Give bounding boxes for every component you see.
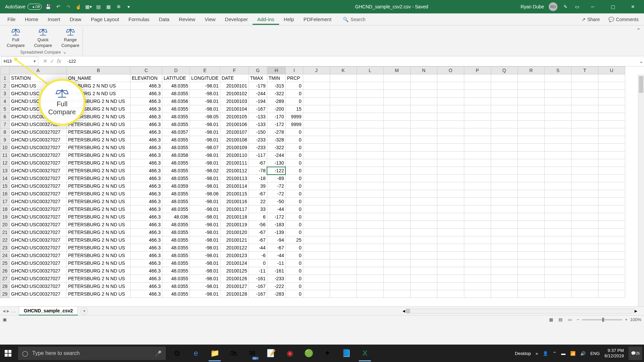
cell[interactable] — [518, 136, 544, 144]
cell[interactable] — [330, 252, 357, 259]
tray-expand-icon[interactable]: » — [536, 351, 538, 356]
cell[interactable] — [464, 221, 491, 229]
col-header-H[interactable]: H — [267, 67, 285, 74]
cell[interactable] — [518, 290, 544, 298]
cell[interactable]: PETERSBURG 2 N ND US — [67, 159, 130, 167]
cell[interactable]: GHCND:USC00327027 — [10, 229, 67, 236]
cell[interactable]: PETERSBURG 2 N ND US — [67, 221, 130, 229]
cell[interactable] — [437, 167, 464, 175]
cell[interactable] — [437, 229, 464, 236]
cell[interactable] — [491, 213, 518, 221]
cell[interactable]: 20100118 — [220, 213, 249, 221]
dialog-launcher-icon[interactable]: ↘ — [63, 51, 66, 54]
cell[interactable]: 20100106 — [220, 121, 249, 128]
cell[interactable]: -98.01 — [190, 152, 220, 159]
cell[interactable] — [598, 283, 625, 290]
cell[interactable] — [518, 213, 544, 221]
cell[interactable] — [598, 90, 625, 98]
cell[interactable] — [598, 144, 625, 152]
cell[interactable] — [464, 205, 491, 213]
cell[interactable]: -94 — [267, 236, 285, 244]
cell[interactable] — [571, 144, 598, 152]
cell[interactable] — [518, 236, 544, 244]
cell[interactable]: GHCND:USC00327027 — [10, 290, 67, 298]
cell[interactable]: 466.3 — [130, 275, 162, 283]
cell[interactable]: ON_NAME — [67, 74, 130, 82]
cell[interactable]: 466.3 — [130, 283, 162, 290]
page-break-view-icon[interactable]: ▭ — [566, 316, 574, 323]
cell[interactable]: GHCND:USC00327027 — [10, 175, 67, 182]
cell[interactable]: 466.3 — [130, 290, 162, 298]
cell[interactable] — [464, 90, 491, 98]
cell[interactable] — [491, 283, 518, 290]
cell[interactable]: PETERSBURG 2 N ND US — [67, 283, 130, 290]
cell[interactable] — [598, 290, 625, 298]
cell[interactable]: 20100108 — [220, 136, 249, 144]
cell[interactable] — [544, 144, 571, 152]
cell[interactable] — [598, 259, 625, 267]
excel-icon[interactable]: X — [357, 345, 373, 361]
formula-input[interactable]: -122 — [64, 57, 637, 66]
cell[interactable] — [544, 236, 571, 244]
cell[interactable] — [330, 198, 357, 205]
cell[interactable]: 466.3 — [130, 259, 162, 267]
cell[interactable] — [544, 290, 571, 298]
cell[interactable]: -56 — [249, 221, 267, 229]
cell[interactable]: -67 — [267, 244, 285, 252]
cell[interactable]: 33 — [249, 205, 267, 213]
cell[interactable]: PETERSBURG 2 N ND US — [67, 290, 130, 298]
cell[interactable]: 48.0356 — [162, 98, 190, 105]
cell[interactable]: -183 — [267, 221, 285, 229]
cell[interactable]: 0 — [285, 267, 303, 275]
cell[interactable] — [598, 152, 625, 159]
cell[interactable] — [410, 90, 437, 98]
cell[interactable] — [571, 105, 598, 113]
cell[interactable] — [330, 74, 357, 82]
cell[interactable] — [303, 105, 330, 113]
cell[interactable] — [437, 98, 464, 105]
cell[interactable] — [518, 144, 544, 152]
cell[interactable]: 466.3 — [130, 175, 162, 182]
cell[interactable]: 48.0355 — [162, 90, 190, 98]
cell[interactable]: 466.3 — [130, 229, 162, 236]
cell[interactable] — [491, 182, 518, 190]
cell[interactable]: GHCND:USC00327027 — [10, 136, 67, 144]
cell[interactable] — [383, 213, 410, 221]
pen-icon[interactable]: ✎ — [562, 3, 569, 10]
cell[interactable] — [598, 252, 625, 259]
cell[interactable] — [357, 98, 383, 105]
cell[interactable] — [437, 267, 464, 275]
cell[interactable] — [544, 244, 571, 252]
cell[interactable]: PETERSBURG 2 N ND US — [67, 167, 130, 175]
cell[interactable] — [518, 182, 544, 190]
cell[interactable] — [303, 121, 330, 128]
cell[interactable]: -6 — [249, 252, 267, 259]
cell[interactable]: 466.3 — [130, 98, 162, 105]
col-header-P[interactable]: P — [464, 67, 491, 74]
cell[interactable] — [357, 259, 383, 267]
cell[interactable] — [303, 229, 330, 236]
cell[interactable]: 466.3 — [130, 213, 162, 221]
cell[interactable] — [518, 252, 544, 259]
cell[interactable]: 466.3 — [130, 144, 162, 152]
cell[interactable] — [410, 244, 437, 252]
cell[interactable] — [303, 283, 330, 290]
notepad-icon[interactable]: 📘 — [338, 345, 354, 361]
cell[interactable] — [571, 121, 598, 128]
cell[interactable]: -11 — [249, 267, 267, 275]
cell[interactable] — [303, 144, 330, 152]
collapse-ribbon-icon[interactable]: ⌃ — [636, 27, 641, 34]
cell[interactable] — [437, 283, 464, 290]
cell[interactable] — [518, 74, 544, 82]
cell[interactable] — [598, 105, 625, 113]
cell[interactable]: -89 — [267, 175, 285, 182]
cell[interactable]: 48.0355 — [162, 105, 190, 113]
cell[interactable] — [383, 252, 410, 259]
cell[interactable] — [464, 74, 491, 82]
cell[interactable]: -98.01 — [190, 244, 220, 252]
row-header-25[interactable]: 25 — [0, 259, 10, 267]
sheet-nav-more-icon[interactable]: … — [11, 308, 16, 314]
cell[interactable] — [357, 213, 383, 221]
cell[interactable] — [303, 213, 330, 221]
cell[interactable] — [464, 105, 491, 113]
